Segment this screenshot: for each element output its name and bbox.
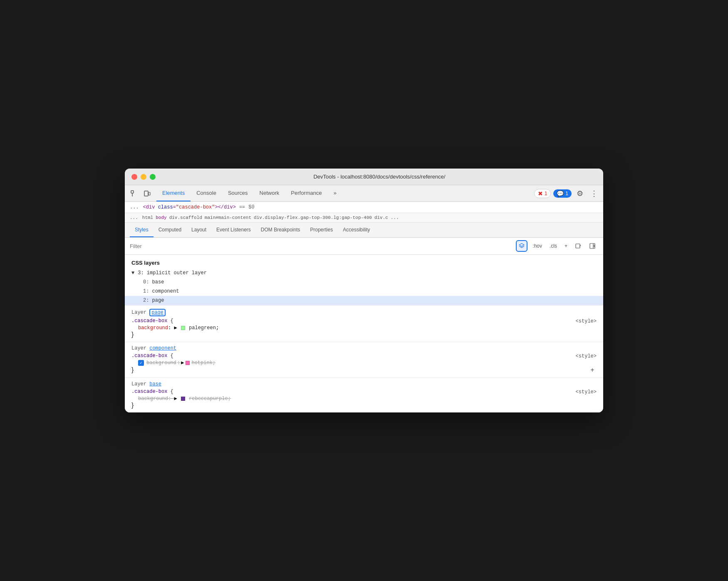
add-style-button[interactable]: +	[562, 242, 570, 250]
rule-component-body: background: ▶ hotpink;	[131, 360, 597, 366]
tab-performance[interactable]: Performance	[285, 185, 327, 201]
settings-icon[interactable]: ⚙	[574, 188, 586, 199]
close-button[interactable]	[131, 174, 137, 180]
tab-network[interactable]: Network	[254, 185, 285, 201]
dom-tag-open: <div class="cascade-box"></div>	[143, 204, 236, 210]
add-property-button[interactable]: +	[588, 366, 597, 374]
layer-item-page[interactable]: 2: page	[125, 296, 603, 305]
rule-page-value: palegreen	[189, 325, 216, 331]
devtools-toolbar: Elements Console Sources Network Perform…	[125, 185, 603, 202]
svg-rect-0	[131, 191, 134, 193]
device-toggle-icon[interactable]	[141, 188, 153, 199]
rule-component-selector: .cascade-box {	[131, 353, 173, 359]
ep-main[interactable]: main#main-content	[205, 215, 251, 220]
rule-page-style-link[interactable]: <style>	[576, 318, 597, 324]
page-link[interactable]: page	[149, 309, 166, 316]
tab-sources[interactable]: Sources	[222, 185, 254, 201]
rule-base-body: background: ▶ rebeccapurple;	[131, 395, 597, 402]
ep-body[interactable]: body	[156, 215, 166, 220]
dom-dots: ...	[130, 204, 139, 210]
rule-base-prop: background	[138, 396, 168, 402]
layer-group-implicit[interactable]: ▼ 3: implicit outer layer	[125, 268, 603, 278]
rule-base-selector: .cascade-box {	[131, 389, 173, 395]
tab-event-listeners[interactable]: Event Listeners	[211, 223, 256, 237]
arrow-icon: ▶	[174, 325, 177, 331]
layer-base-link: Layer base	[131, 381, 597, 387]
rule-page-body: background: ▶ palegreen;	[131, 325, 597, 331]
info-badge[interactable]: 💬 1	[553, 189, 572, 198]
fullscreen-button[interactable]	[150, 174, 156, 180]
rule-base-header-row: .cascade-box { <style>	[131, 389, 597, 395]
layers-button[interactable]	[516, 240, 527, 252]
rule-base: Layer base .cascade-box { <style> backgr…	[125, 377, 603, 412]
filter-bar: :hov .cls +	[125, 238, 603, 255]
inspector-icon[interactable]	[128, 188, 140, 199]
error-badge[interactable]: ✖ 1	[534, 189, 551, 198]
styles-panel: CSS layers ▼ 3: implicit outer layer 0: …	[125, 255, 603, 412]
panel-tabs: Styles Computed Layout Event Listeners D…	[125, 223, 603, 238]
tab-more[interactable]: »	[328, 185, 342, 201]
cls-button[interactable]: .cls	[547, 242, 560, 250]
devtools-window: DevTools - localhost:8080/docs/devtools/…	[125, 169, 603, 412]
svg-rect-2	[144, 191, 148, 196]
tab-elements[interactable]: Elements	[156, 185, 191, 201]
rule-component-close-row: } +	[131, 366, 597, 374]
tab-computed[interactable]: Computed	[154, 223, 186, 237]
rule-page-header-row: .cascade-box { <style>	[131, 318, 597, 325]
property-checkbox[interactable]	[138, 360, 144, 366]
ep-scaffold[interactable]: div.scaffold	[169, 215, 202, 220]
dom-inspector-bar: ... <div class="cascade-box"></div> == $…	[125, 202, 603, 213]
tab-styles[interactable]: Styles	[130, 223, 154, 237]
hov-button[interactable]: :hov	[530, 242, 545, 250]
css-layers-header: CSS layers	[125, 255, 603, 268]
rule-page-selector: .cascade-box {	[131, 318, 173, 324]
ep-display-flex[interactable]: div.display-flex.gap-top-300.lg:gap-top-…	[254, 215, 372, 220]
base-link[interactable]: base	[149, 381, 161, 387]
rebeccapurple-swatch[interactable]	[181, 397, 185, 401]
arrow-icon: ▶	[174, 396, 177, 402]
rule-component-style-link[interactable]: <style>	[576, 353, 597, 359]
main-tabs: Elements Console Sources Network Perform…	[156, 185, 531, 201]
rule-component-value: hotpink;	[191, 360, 215, 366]
component-link[interactable]: component	[149, 345, 176, 351]
chevron-down-icon: ▼	[131, 270, 134, 276]
svg-rect-3	[149, 192, 150, 195]
rule-base-style-link[interactable]: <style>	[576, 389, 597, 395]
title-bar: DevTools - localhost:8080/docs/devtools/…	[125, 169, 603, 185]
tab-properties[interactable]: Properties	[305, 223, 338, 237]
rule-component-header-row: .cascade-box { <style>	[131, 353, 597, 360]
rule-base-value: rebeccapurple;	[189, 396, 231, 402]
rule-base-close: }	[131, 402, 597, 409]
traffic-lights	[131, 174, 156, 180]
toolbar-right: ✖ 1 💬 1 ⚙ ⋮	[534, 185, 600, 201]
layer-item-base[interactable]: 0: base	[125, 278, 603, 287]
rule-component-prop: background	[146, 360, 176, 366]
toolbar-icons	[128, 185, 153, 201]
rule-component: Layer component .cascade-box { <style> b…	[125, 342, 603, 377]
filter-actions: :hov .cls +	[516, 240, 598, 252]
palegreen-swatch[interactable]	[181, 326, 185, 330]
window-title: DevTools - localhost:8080/docs/devtools/…	[162, 174, 597, 180]
layer-page-link: Layer page	[131, 309, 597, 316]
new-style-rule-icon[interactable]	[572, 240, 584, 252]
dom-attr-name: class	[158, 204, 173, 210]
tab-layout[interactable]: Layout	[186, 223, 211, 237]
layer-item-component[interactable]: 1: component	[125, 287, 603, 296]
layer-component-link: Layer component	[131, 345, 597, 351]
filter-input[interactable]	[130, 243, 513, 249]
dom-dollar: $0	[248, 204, 254, 210]
tab-accessibility[interactable]: Accessibility	[338, 223, 375, 237]
more-options-icon[interactable]: ⋮	[588, 188, 600, 199]
hotpink-swatch[interactable]	[186, 361, 190, 365]
ep-dots: ...	[130, 215, 138, 220]
svg-rect-4	[576, 244, 580, 248]
rule-page-prop: background	[138, 325, 168, 331]
ep-more[interactable]: ...	[391, 215, 399, 220]
rule-component-close: }	[131, 366, 134, 374]
ep-html[interactable]: html	[142, 215, 153, 220]
ep-divc[interactable]: div.c	[374, 215, 388, 220]
minimize-button[interactable]	[141, 174, 146, 180]
toggle-sidebar-icon[interactable]	[587, 240, 598, 252]
tab-console[interactable]: Console	[191, 185, 222, 201]
tab-dom-breakpoints[interactable]: DOM Breakpoints	[256, 223, 305, 237]
